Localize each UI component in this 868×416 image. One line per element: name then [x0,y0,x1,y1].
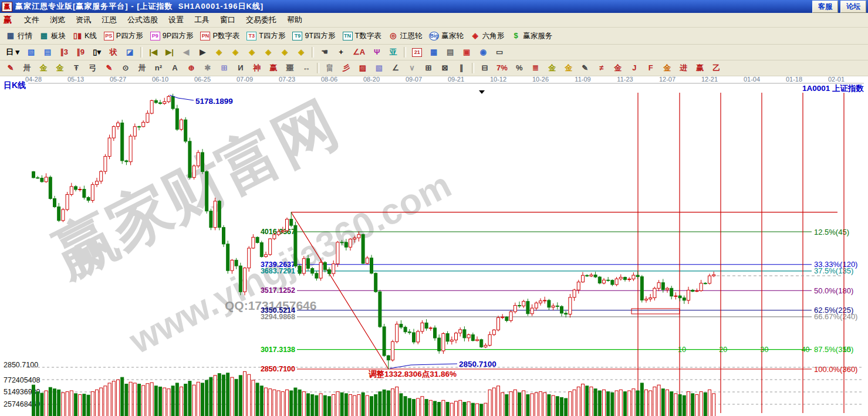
volume-bar[interactable] [446,403,449,416]
volume-bar[interactable] [387,391,390,416]
clock-grid-button[interactable]: ⊙ [118,62,133,74]
volume-bar[interactable] [695,394,698,416]
candle-body[interactable] [379,292,381,327]
candle-body[interactable] [49,177,52,198]
volume-bar[interactable] [231,377,234,416]
volume-bar[interactable] [459,400,462,416]
span-tool-button[interactable]: ↔ [299,62,314,74]
candle-body[interactable] [273,235,276,239]
gold-ray-button[interactable]: 金 [660,62,675,74]
candle-body[interactable] [657,283,660,289]
candle-body[interactable] [463,330,466,338]
candle-body[interactable] [632,275,635,279]
volume-bar[interactable] [400,394,403,416]
volume-bar[interactable] [501,393,504,416]
candle-body[interactable] [434,328,437,338]
volume-bar[interactable] [197,382,200,416]
volume-bar[interactable] [560,397,563,416]
candle-body[interactable] [501,317,504,317]
candle-body[interactable] [492,330,495,334]
volume-bar[interactable] [594,389,597,416]
hexagon-button[interactable]: ◈六角形 [468,30,508,42]
candle-body[interactable] [150,100,153,113]
menu-item-浏览[interactable]: 浏览 [45,13,70,26]
candle-body[interactable] [691,290,694,292]
candle-body[interactable] [438,338,441,351]
candle-body[interactable] [349,239,352,248]
candle-body[interactable] [235,260,238,266]
first-page-button[interactable]: |◀ [146,46,161,58]
volume-bar[interactable] [294,388,297,416]
candle-body[interactable] [556,306,559,306]
save-button[interactable]: ▣ [459,46,474,58]
candle-body[interactable] [455,333,458,340]
candle-body[interactable] [70,187,73,195]
jin-angle-button[interactable]: 进 [676,62,691,74]
volume-bar[interactable] [556,397,559,416]
candle-body[interactable] [459,330,462,333]
volume-bar[interactable] [252,380,255,416]
candle-body[interactable] [319,262,322,278]
fan-box-button[interactable]: ▨ [355,62,370,74]
volume-bar[interactable] [476,404,479,416]
print-button[interactable]: ▭ [492,46,507,58]
volume-bar[interactable] [311,394,314,416]
volume-bar[interactable] [582,384,585,416]
volume-bar[interactable] [302,392,305,416]
volume-bar[interactable] [227,373,229,416]
candle-body[interactable] [83,189,86,197]
volume-bar[interactable] [645,390,648,416]
candle-body[interactable] [362,235,364,263]
candle-body[interactable] [79,189,82,190]
volume-bar[interactable] [632,389,635,416]
volume-bar[interactable] [133,383,136,416]
grid-box-button[interactable]: ⊞ [421,62,436,74]
candle-body[interactable] [708,276,711,283]
candle-body[interactable] [497,317,500,330]
volume-bar[interactable] [434,401,437,416]
candle-body[interactable] [345,242,347,247]
candle-body[interactable] [488,334,491,345]
menu-item-设置[interactable]: 设置 [163,13,189,26]
winner-wheel-button[interactable]: Big赢家轮 [426,30,467,42]
candle-body[interactable] [586,275,589,276]
candle-body[interactable] [239,266,242,292]
candle-body[interactable] [560,306,563,313]
candle-body[interactable] [32,172,35,178]
volume-bar[interactable] [429,400,432,416]
volume-bar[interactable] [636,391,639,416]
candle-body[interactable] [357,235,360,238]
candle-body[interactable] [91,185,94,201]
candle-body[interactable] [154,100,157,103]
volume-bar[interactable] [569,392,572,416]
volume-bar[interactable] [260,386,263,416]
candle-body[interactable] [526,302,529,314]
bars-9-button[interactable]: ∥9 [73,46,88,58]
candle-body[interactable] [619,278,622,279]
candle-body[interactable] [615,279,618,285]
volume-bar[interactable] [691,394,694,416]
volume-bar[interactable] [188,381,191,416]
volume-bar[interactable] [425,400,428,416]
candle-body[interactable] [509,312,512,320]
arc-grid-button[interactable]: 弓 [85,62,100,74]
volume-bar[interactable] [640,383,643,416]
menu-item-工具[interactable]: 工具 [189,13,215,26]
candle-body[interactable] [197,153,200,166]
volume-bar[interactable] [603,390,606,416]
candle-body[interactable] [670,288,673,296]
volume-bar[interactable] [218,374,221,416]
diamond-h-shrink-button[interactable]: ◈ [261,46,276,58]
candle-body[interactable] [205,171,208,211]
volume-bar[interactable] [687,392,690,416]
candle-body[interactable] [87,197,90,200]
volume-bar[interactable] [150,383,153,416]
box-circle-button[interactable]: ⊞ [217,62,232,74]
volume-bar[interactable] [649,391,652,416]
candle-body[interactable] [159,103,162,104]
color-graph-button[interactable]: ◪ [122,46,137,58]
volume-bar[interactable] [413,400,416,416]
trend-angle-button[interactable]: ∠ [388,62,403,74]
candle-body[interactable] [133,127,136,136]
volume-bar[interactable] [83,394,86,416]
